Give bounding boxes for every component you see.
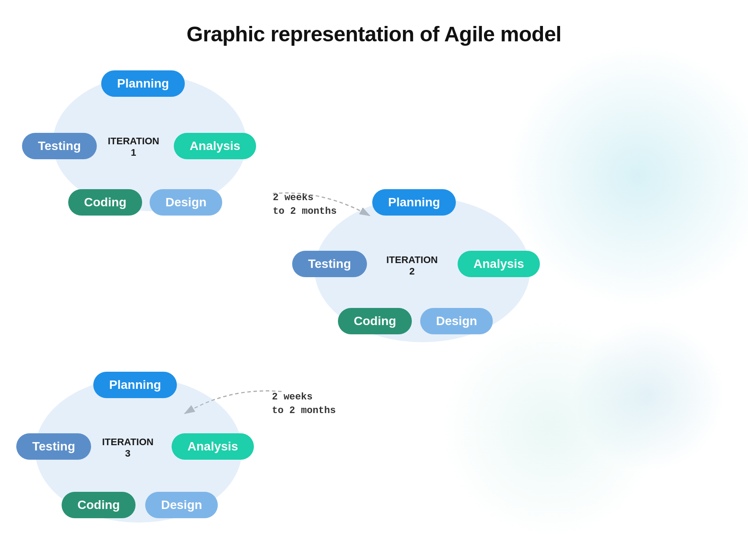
connector2-label: 2 weeksto 2 months: [272, 391, 336, 418]
iter1-design: Design: [150, 189, 222, 216]
iter2-analysis: Analysis: [458, 251, 540, 277]
iter1-label: ITERATION1: [108, 135, 159, 159]
iter2-planning: Planning: [372, 189, 456, 216]
iter2-testing: Testing: [292, 251, 367, 277]
iter2-coding: Coding: [338, 308, 412, 334]
iter1-analysis: Analysis: [174, 133, 256, 159]
bg-decoration-1: [506, 44, 748, 308]
iter3-design: Design: [145, 492, 218, 518]
iter3-analysis: Analysis: [172, 433, 254, 460]
iter2-label: ITERATION2: [386, 254, 438, 278]
iter1-testing: Testing: [22, 133, 97, 159]
iter3-planning: Planning: [93, 372, 177, 398]
iter3-coding: Coding: [62, 492, 136, 518]
bg-decoration-2: [440, 318, 660, 538]
iter3-label: ITERATION3: [102, 436, 154, 460]
bg-decoration-3: [572, 318, 726, 472]
iter1-planning: Planning: [101, 70, 185, 97]
iter3-testing: Testing: [16, 433, 91, 460]
page-title: Graphic representation of Agile model: [0, 0, 748, 46]
iter1-coding: Coding: [68, 189, 142, 216]
connector1-label: 2 weeksto 2 months: [273, 191, 337, 219]
iter2-design: Design: [420, 308, 493, 334]
